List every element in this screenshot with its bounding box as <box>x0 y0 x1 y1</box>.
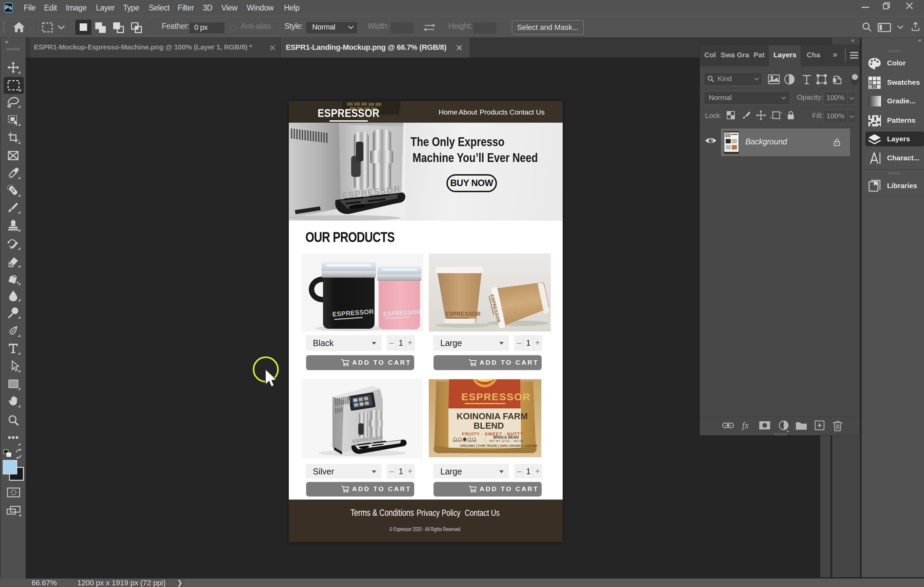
svg-text:fx: fx <box>742 420 749 430</box>
svg-text:Dark: Dark <box>472 440 477 443</box>
svg-text:ORGANIC | FAIR TRADE | 100% AR: ORGANIC | FAIR TRADE | 100% ARABICA COFF… <box>460 444 538 447</box>
svg-text:KOINONIA FARM: KOINONIA FARM <box>457 411 528 421</box>
svg-text:ESPRESSOR: ESPRESSOR <box>446 311 481 317</box>
svg-text:ESPRESSOR: ESPRESSOR <box>461 391 531 402</box>
svg-text:Full City: Full City <box>462 440 472 443</box>
svg-text:WHOLE BEAN: WHOLE BEAN <box>493 435 519 439</box>
svg-text:NET WT. 12 OZ. – 340 GR.: NET WT. 12 OZ. – 340 GR. <box>489 439 524 443</box>
svg-text:Medium: Medium <box>452 440 462 443</box>
svg-text:BLEND: BLEND <box>474 420 504 431</box>
